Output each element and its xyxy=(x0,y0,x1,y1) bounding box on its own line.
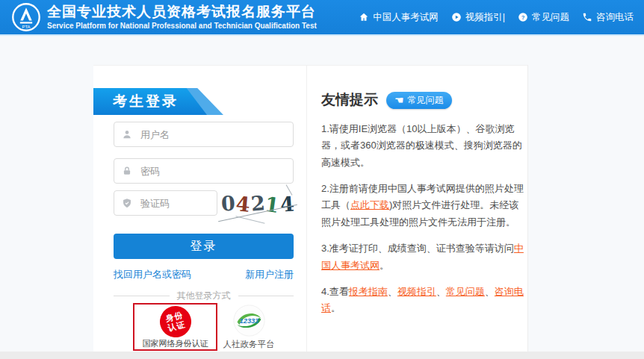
main-card: 考生登录 0 4 2 1 4 登录 找回用户名或密码 新用户注册 其他登录方 xyxy=(93,65,528,353)
gov-platform-label: 人社政务平台 xyxy=(223,339,275,350)
login-aux-links: 找回用户名或密码 新用户注册 xyxy=(114,268,294,281)
play-icon xyxy=(451,12,462,22)
gov-logo-text: 12333 xyxy=(239,317,259,325)
divider-line xyxy=(114,296,170,296)
tip-text: 、 xyxy=(485,286,495,297)
identity-seal-icon: 身份 认证 xyxy=(156,303,194,341)
question-icon: ? xyxy=(518,12,528,22)
password-input[interactable] xyxy=(139,165,285,178)
nav-item-hotline[interactable]: 咨询电话 xyxy=(582,11,634,24)
tip-text: 。 xyxy=(380,260,389,271)
nav-label: 咨询电话 xyxy=(596,11,634,24)
tips-panel: 友情提示 ☚ 常见问题 1.请使用IE浏览器（10以上版本）、谷歌浏览器，或者3… xyxy=(321,90,526,317)
exam-guide-link[interactable]: 报考指南 xyxy=(349,286,388,297)
captcha-digit: 0 xyxy=(220,191,235,215)
lock-icon xyxy=(122,166,132,176)
svg-text:?: ? xyxy=(521,14,525,21)
tip-text: 3.准考证打印、成绩查询、证书查验等请访问 xyxy=(321,243,514,254)
national-id-auth-label: 国家网络身份认证 xyxy=(143,338,208,349)
captcha-noise xyxy=(235,216,264,224)
tip-text: 、 xyxy=(436,286,446,297)
register-link[interactable]: 新用户注册 xyxy=(245,268,294,281)
nav-item-video-guide[interactable]: 视频指引| xyxy=(451,11,505,24)
faq-pill-button[interactable]: ☚ 常见问题 xyxy=(386,92,452,109)
divider-line xyxy=(238,296,294,296)
login-button[interactable]: 登录 xyxy=(114,234,294,259)
nav-label: 中国人事考试网 xyxy=(373,11,439,24)
captcha-image[interactable]: 0 4 2 1 4 xyxy=(222,187,294,219)
password-field[interactable] xyxy=(114,158,294,184)
captcha-digit: 4 xyxy=(235,192,250,216)
tip-item-4: 4.查看报考指南、视频指引、常见问题、咨询电话。 xyxy=(321,284,526,317)
video-guide-link[interactable]: 视频指引 xyxy=(397,286,436,297)
site-logo-icon: PTA xyxy=(11,2,41,32)
username-input[interactable] xyxy=(139,128,285,141)
tips-header: 友情提示 ☚ 常见问题 xyxy=(321,90,526,110)
tip-text: 4.查看 xyxy=(321,286,349,297)
tip-text: 、 xyxy=(388,286,397,297)
card-divider xyxy=(306,66,307,352)
site-title: 全国专业技术人员资格考试报名服务平台 xyxy=(47,4,317,20)
footer-strip xyxy=(0,352,644,359)
download-photo-tool-link[interactable]: 点此下载 xyxy=(350,199,389,210)
gov-platform-method[interactable]: 12333 人社政务平台 xyxy=(223,304,275,350)
faq-pill-label: 常见问题 xyxy=(408,94,444,107)
tips-title: 友情提示 xyxy=(321,90,378,110)
app-header: PTA 全国专业技术人员资格考试报名服务平台 Service Platform … xyxy=(0,0,644,36)
nav-label: 视频指引| xyxy=(465,11,505,24)
shield-icon xyxy=(122,198,132,208)
nav-item-faq[interactable]: ? 常见问题 xyxy=(518,11,569,24)
other-methods-divider: 其他登录方式 xyxy=(114,290,294,302)
site-title-block: 全国专业技术人员资格考试报名服务平台 Service Platform for … xyxy=(47,4,317,30)
phone-icon xyxy=(582,12,592,22)
username-field[interactable] xyxy=(114,122,294,147)
tip-item-2: 2.注册前请使用中国人事考试网提供的照片处理工具（点此下载)对照片文件进行处理。… xyxy=(321,181,526,231)
svg-text:PTA: PTA xyxy=(22,25,30,29)
gov-12333-logo-icon: 12333 xyxy=(232,304,266,337)
tip-item-1: 1.请使用IE浏览器（10以上版本）、谷歌浏览器，或者360浏览器的极速模式、搜… xyxy=(321,121,526,171)
home-icon xyxy=(359,12,369,22)
hand-pointer-icon: ☚ xyxy=(394,95,404,105)
faq-link[interactable]: 常见问题 xyxy=(446,286,485,297)
user-icon xyxy=(122,129,132,140)
captcha-field[interactable] xyxy=(114,190,217,216)
nav-item-exam-site[interactable]: 中国人事考试网 xyxy=(359,11,439,24)
nav-label: 常见问题 xyxy=(532,11,569,24)
login-panel-header: 考生登录 xyxy=(93,88,226,115)
site-subtitle: Service Platform for National Profession… xyxy=(47,22,317,31)
other-methods-label: 其他登录方式 xyxy=(177,290,231,302)
captcha-digit: 1 xyxy=(264,192,281,216)
national-id-auth-method[interactable]: 身份 认证 国家网络身份认证 xyxy=(133,303,217,351)
tip-text: 。 xyxy=(331,302,341,313)
captcha-digit: 4 xyxy=(279,192,295,216)
tip-text: 1.请使用IE浏览器（10以上版本）、谷歌浏览器，或者360浏览器的极速模式、搜… xyxy=(321,123,522,168)
header-nav: 中国人事考试网 视频指引| ? 常见问题 咨询电话 xyxy=(359,11,634,24)
captcha-input[interactable] xyxy=(139,197,209,210)
tip-item-3: 3.准考证打印、成绩查询、证书查验等请访问中国人事考试网。 xyxy=(321,240,526,274)
forgot-password-link[interactable]: 找回用户名或密码 xyxy=(114,268,191,281)
